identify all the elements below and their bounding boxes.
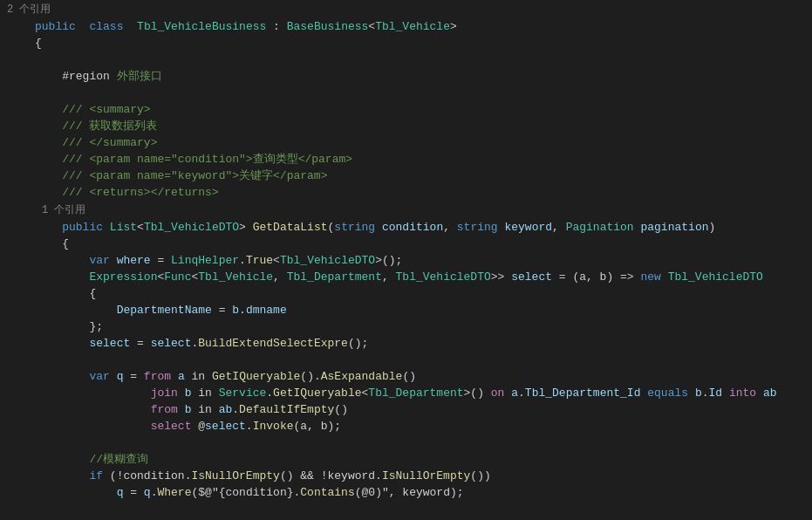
- reference-count: 2 个引用: [0, 0, 812, 18]
- code-line: {: [0, 236, 812, 252]
- code-editor: 2 个引用 public class Tbl_VehicleBusiness :…: [0, 0, 812, 520]
- code-line: select = select.BuildExtendSelectExpre()…: [0, 335, 812, 352]
- code-line: var where = LinqHelper.True<Tbl_VehicleD…: [0, 252, 812, 269]
- code-line: /// 获取数据列表: [0, 118, 812, 134]
- code-line: /// <returns></returns>: [0, 184, 812, 201]
- code-line: from b in ab.DefaultIfEmpty(): [0, 401, 812, 418]
- code-line: Expression<Func<Tbl_Vehicle, Tbl_Departm…: [0, 269, 812, 285]
- code-line: select @select.Invoke(a, b);: [0, 418, 812, 434]
- code-line: /// </summary>: [0, 134, 812, 151]
- code-line: q = q.Where($@"{condition}.Contains(@0)"…: [0, 484, 812, 501]
- code-line: //模糊查询: [0, 451, 812, 468]
- code-line: [0, 51, 812, 68]
- code-line: if (!condition.IsNullOrEmpty() && !keywo…: [0, 468, 812, 484]
- code-line: DepartmentName = b.dmname: [0, 302, 812, 318]
- reference-count-inline: 1 个引用: [0, 201, 812, 219]
- code-line: [0, 501, 812, 517]
- code-line: [0, 85, 812, 101]
- code-line: {: [0, 35, 812, 51]
- code-line: {: [0, 285, 812, 302]
- code-line: /// <summary>: [0, 101, 812, 118]
- code-line: #region 外部接口: [0, 68, 812, 85]
- code-line: };: [0, 318, 812, 335]
- code-line: [0, 434, 812, 451]
- code-line: public List<Tbl_VehicleDTO> GetDataList(…: [0, 219, 812, 236]
- code-line: public class Tbl_VehicleBusiness : BaseB…: [0, 18, 812, 35]
- code-line: /// <param name="keyword">关键字</param>: [0, 168, 812, 184]
- code-line: [0, 352, 812, 368]
- code-line: /// <param name="condition">查询类型</param>: [0, 151, 812, 168]
- code-line: join b in Service.GetIQueryable<Tbl_Depa…: [0, 385, 812, 401]
- code-line: var q = from a in GetIQueryable().AsExpa…: [0, 368, 812, 385]
